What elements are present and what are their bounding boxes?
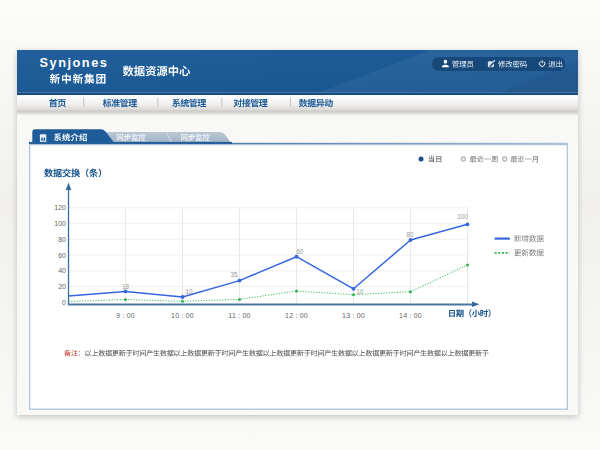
svg-text:60: 60 xyxy=(58,252,66,259)
svg-text:35: 35 xyxy=(230,271,238,278)
svg-text:18: 18 xyxy=(122,283,130,290)
svg-text:60: 60 xyxy=(296,248,304,255)
svg-text:13 : 00: 13 : 00 xyxy=(342,312,365,319)
svg-text:10: 10 xyxy=(357,288,365,295)
svg-text:11 : 00: 11 : 00 xyxy=(228,312,250,319)
svg-text:40: 40 xyxy=(58,267,66,274)
svg-text:100: 100 xyxy=(54,220,66,227)
svg-text:20: 20 xyxy=(58,283,66,290)
svg-text:14 : 00: 14 : 00 xyxy=(399,312,422,319)
svg-text:Synjones: Synjones xyxy=(40,55,109,70)
svg-text:10: 10 xyxy=(186,288,194,295)
svg-text:80: 80 xyxy=(406,231,414,238)
svg-text:100: 100 xyxy=(457,213,468,220)
svg-text:0: 0 xyxy=(62,299,66,306)
svg-text:9 : 00: 9 : 00 xyxy=(116,312,135,319)
svg-text:10 : 00: 10 : 00 xyxy=(171,312,194,319)
svg-text:120: 120 xyxy=(54,204,66,211)
svg-text:80: 80 xyxy=(58,236,66,243)
svg-text:12 : 00: 12 : 00 xyxy=(285,312,308,319)
